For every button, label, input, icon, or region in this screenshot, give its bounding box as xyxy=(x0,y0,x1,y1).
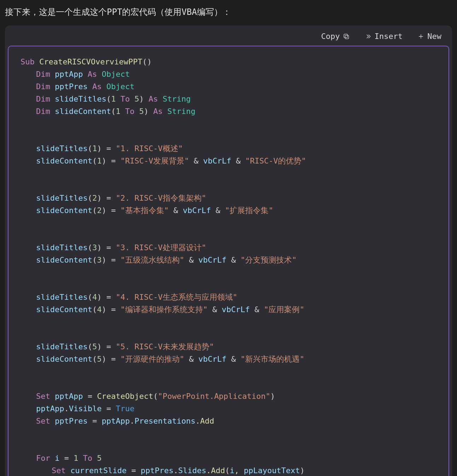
var: pptPres xyxy=(141,466,174,475)
num: 5 xyxy=(97,454,102,463)
kw-dim: Dim xyxy=(36,82,50,91)
str: "开源硬件的推动" xyxy=(120,355,184,363)
kw-as: As xyxy=(92,82,102,91)
intro-text: 接下来，这是一个生成这个PPT的宏代码（使用VBA编写）： xyxy=(0,0,457,25)
op: & xyxy=(189,256,193,264)
copy-button[interactable]: Copy xyxy=(321,32,350,41)
kw-for: For xyxy=(36,454,50,463)
str: "4. RISC-V生态系统与应用领域" xyxy=(116,293,237,302)
op: & xyxy=(173,206,178,215)
var: vbCrLf xyxy=(203,156,231,165)
var: slideTitles xyxy=(36,144,88,153)
kw-to: To xyxy=(83,454,93,463)
str: "5. RISC-V未来发展趋势" xyxy=(116,342,214,351)
var-slidecontent: slideContent xyxy=(55,107,111,116)
var: slideTitles xyxy=(36,293,88,302)
kw-set: Set xyxy=(36,392,50,401)
str: "2. RISC-V指令集架构" xyxy=(116,194,206,202)
var: currentSlide xyxy=(70,466,127,475)
var: slideContent xyxy=(36,355,92,363)
str: "1. RISC-V概述" xyxy=(116,144,183,153)
num: 5 xyxy=(139,107,144,116)
kw-set: Set xyxy=(52,466,66,475)
new-button[interactable]: New xyxy=(417,32,441,41)
copy-icon xyxy=(343,33,350,40)
const: ppLayoutText xyxy=(244,466,300,475)
num: 1 xyxy=(74,454,78,463)
code-toolbar: Copy Insert New xyxy=(5,25,452,46)
type-object: Object xyxy=(102,70,129,79)
chevrons-right-icon xyxy=(365,33,372,40)
insert-label: Insert xyxy=(375,32,403,41)
plus-icon xyxy=(417,33,424,40)
var: i xyxy=(55,454,59,463)
prop: Visible xyxy=(69,404,102,413)
op: & xyxy=(194,156,198,165)
kw-as: As xyxy=(88,70,97,79)
copy-label: Copy xyxy=(321,32,340,41)
op: & xyxy=(212,305,217,314)
var: vbCrLf xyxy=(222,305,250,314)
op: & xyxy=(215,206,220,215)
kw-sub: Sub xyxy=(21,57,35,66)
var: vbCrLf xyxy=(198,355,226,363)
fn: CreateObject xyxy=(97,392,153,401)
kw-as: As xyxy=(153,107,163,116)
str: "分支预测技术" xyxy=(241,256,297,264)
var: vbCrLf xyxy=(198,256,226,264)
var-slidetitles: slideTitles xyxy=(55,94,106,103)
str: "3. RISC-V处理器设计" xyxy=(116,243,206,252)
type-string: String xyxy=(167,107,195,116)
var: pptApp xyxy=(102,417,129,425)
svg-rect-0 xyxy=(345,35,348,39)
num: 5 xyxy=(134,94,139,103)
str: "RISC-V发展背景" xyxy=(120,156,189,165)
var: slideTitles xyxy=(36,194,88,202)
var: slideContent xyxy=(36,256,92,264)
insert-button[interactable]: Insert xyxy=(365,32,403,41)
kw-dim: Dim xyxy=(36,94,50,103)
var: i xyxy=(230,466,234,475)
var: slideTitles xyxy=(36,243,88,252)
svg-rect-1 xyxy=(344,34,347,38)
str: "五级流水线结构" xyxy=(120,256,184,264)
var: slideTitles xyxy=(36,342,88,351)
op: & xyxy=(236,156,241,165)
str: "基本指令集" xyxy=(120,206,169,215)
var-pptpres: pptPres xyxy=(55,82,88,91)
var: pptApp xyxy=(55,392,83,401)
kw-set: Set xyxy=(36,417,50,425)
code-block-container: Copy Insert New Sub CreateRISCVOverviewP… xyxy=(5,25,452,476)
op: & xyxy=(231,256,236,264)
var: vbCrLf xyxy=(183,206,211,215)
str: "RISC-V的优势" xyxy=(245,156,306,165)
var: slideContent xyxy=(36,305,92,314)
prop: Slides xyxy=(178,466,206,475)
kw-to: To xyxy=(125,107,135,116)
fn-name: CreateRISCVOverviewPPT xyxy=(39,57,142,66)
str: "扩展指令集" xyxy=(225,206,273,215)
kw-true: True xyxy=(116,404,134,413)
new-label: New xyxy=(427,32,441,41)
kw-dim: Dim xyxy=(36,107,50,116)
str: "编译器和操作系统支持" xyxy=(120,305,208,314)
var: pptPres xyxy=(55,417,88,425)
str: "应用案例" xyxy=(264,305,305,314)
type-object: Object xyxy=(106,82,134,91)
kw-to: To xyxy=(120,94,130,103)
str: "新兴市场的机遇" xyxy=(241,355,305,363)
num: 1 xyxy=(116,107,120,116)
str: "PowerPoint.Application" xyxy=(158,392,270,401)
var: pptApp xyxy=(36,404,64,413)
type-string: String xyxy=(163,94,191,103)
var-pptapp: pptApp xyxy=(55,70,83,79)
var: slideContent xyxy=(36,156,92,165)
code-content[interactable]: Sub CreateRISCVOverviewPPT() Dim pptApp … xyxy=(8,46,449,476)
var: slideContent xyxy=(36,206,92,215)
op: & xyxy=(231,355,236,363)
op: & xyxy=(254,305,259,314)
kw-as: As xyxy=(149,94,158,103)
fn: Add xyxy=(200,417,214,425)
kw-dim: Dim xyxy=(36,70,50,79)
fn: Add xyxy=(211,466,225,475)
